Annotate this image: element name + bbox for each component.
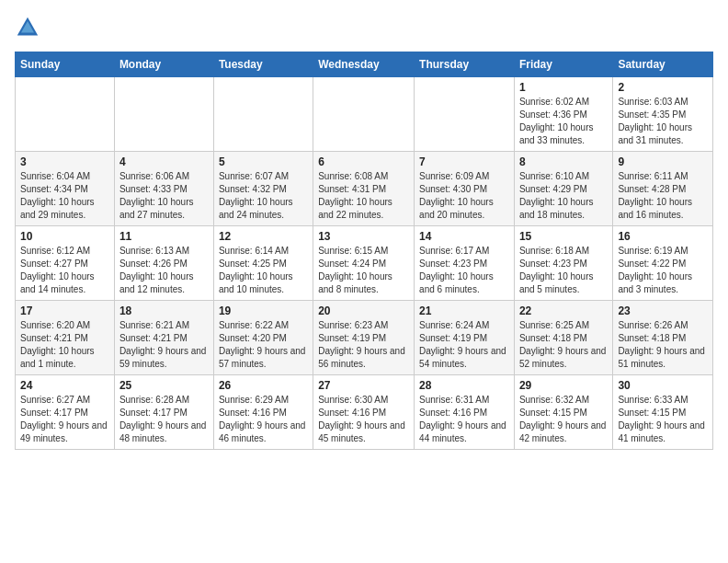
- day-number: 2: [618, 81, 708, 94]
- day-info: Sunrise: 6:11 AMSunset: 4:28 PMDaylight:…: [618, 170, 708, 222]
- calendar-cell: 3Sunrise: 6:04 AMSunset: 4:34 PMDaylight…: [16, 152, 115, 226]
- day-info: Sunrise: 6:14 AMSunset: 4:25 PMDaylight:…: [219, 245, 308, 296]
- calendar-cell: 16Sunrise: 6:19 AMSunset: 4:22 PMDayligh…: [613, 226, 713, 301]
- day-info: Sunrise: 6:30 AMSunset: 4:16 PMDaylight:…: [318, 394, 409, 445]
- day-info: Sunrise: 6:08 AMSunset: 4:31 PMDaylight:…: [318, 170, 409, 222]
- calendar-cell: 1Sunrise: 6:02 AMSunset: 4:36 PMDaylight…: [514, 77, 612, 152]
- day-number: 17: [20, 304, 109, 317]
- header-day-wednesday: Wednesday: [313, 52, 415, 77]
- day-info: Sunrise: 6:04 AMSunset: 4:34 PMDaylight:…: [20, 170, 109, 222]
- day-info: Sunrise: 6:22 AMSunset: 4:20 PMDaylight:…: [219, 319, 308, 371]
- calendar-cell: 12Sunrise: 6:14 AMSunset: 4:25 PMDayligh…: [213, 226, 313, 301]
- day-info: Sunrise: 6:10 AMSunset: 4:29 PMDaylight:…: [519, 170, 608, 222]
- day-number: 21: [419, 304, 509, 317]
- calendar-header: SundayMondayTuesdayWednesdayThursdayFrid…: [16, 52, 713, 77]
- calendar-cell: [213, 77, 313, 152]
- day-info: Sunrise: 6:32 AMSunset: 4:15 PMDaylight:…: [519, 394, 608, 445]
- day-info: Sunrise: 6:18 AMSunset: 4:23 PMDaylight:…: [519, 245, 608, 296]
- calendar-cell: 22Sunrise: 6:25 AMSunset: 4:18 PMDayligh…: [514, 301, 612, 375]
- calendar-cell: 13Sunrise: 6:15 AMSunset: 4:24 PMDayligh…: [313, 226, 415, 301]
- day-info: Sunrise: 6:33 AMSunset: 4:15 PMDaylight:…: [618, 394, 708, 445]
- day-info: Sunrise: 6:26 AMSunset: 4:18 PMDaylight:…: [618, 319, 708, 371]
- calendar-cell: [313, 77, 415, 152]
- header-day-thursday: Thursday: [415, 52, 515, 77]
- day-number: 8: [519, 155, 608, 168]
- day-info: Sunrise: 6:25 AMSunset: 4:18 PMDaylight:…: [519, 319, 608, 371]
- day-number: 16: [618, 230, 708, 243]
- calendar-cell: 15Sunrise: 6:18 AMSunset: 4:23 PMDayligh…: [514, 226, 612, 301]
- calendar-cell: 19Sunrise: 6:22 AMSunset: 4:20 PMDayligh…: [213, 301, 313, 375]
- day-info: Sunrise: 6:28 AMSunset: 4:17 PMDaylight:…: [119, 394, 209, 445]
- calendar-week-5: 24Sunrise: 6:27 AMSunset: 4:17 PMDayligh…: [16, 375, 713, 450]
- header-day-sunday: Sunday: [16, 52, 115, 77]
- day-info: Sunrise: 6:12 AMSunset: 4:27 PMDaylight:…: [20, 245, 109, 296]
- calendar-cell: 26Sunrise: 6:29 AMSunset: 4:16 PMDayligh…: [213, 375, 313, 450]
- day-number: 29: [519, 379, 608, 392]
- day-info: Sunrise: 6:13 AMSunset: 4:26 PMDaylight:…: [119, 245, 209, 296]
- day-info: Sunrise: 6:20 AMSunset: 4:21 PMDaylight:…: [20, 319, 109, 371]
- calendar-cell: 6Sunrise: 6:08 AMSunset: 4:31 PMDaylight…: [313, 152, 415, 226]
- calendar-cell: [16, 77, 115, 152]
- calendar-cell: 20Sunrise: 6:23 AMSunset: 4:19 PMDayligh…: [313, 301, 415, 375]
- day-number: 18: [119, 304, 209, 317]
- calendar-table: SundayMondayTuesdayWednesdayThursdayFrid…: [15, 52, 713, 450]
- calendar-cell: 8Sunrise: 6:10 AMSunset: 4:29 PMDaylight…: [514, 152, 612, 226]
- calendar-cell: 11Sunrise: 6:13 AMSunset: 4:26 PMDayligh…: [114, 226, 213, 301]
- day-number: 30: [618, 379, 708, 392]
- logo-icon: [15, 15, 40, 40]
- day-number: 7: [419, 155, 509, 168]
- calendar-cell: 28Sunrise: 6:31 AMSunset: 4:16 PMDayligh…: [415, 375, 515, 450]
- day-number: 5: [219, 155, 308, 168]
- day-info: Sunrise: 6:31 AMSunset: 4:16 PMDaylight:…: [419, 394, 509, 445]
- day-number: 4: [119, 155, 209, 168]
- logo: [15, 15, 44, 40]
- day-number: 20: [318, 304, 409, 317]
- calendar-week-2: 3Sunrise: 6:04 AMSunset: 4:34 PMDaylight…: [16, 152, 713, 226]
- calendar-cell: 21Sunrise: 6:24 AMSunset: 4:19 PMDayligh…: [415, 301, 515, 375]
- calendar-cell: 25Sunrise: 6:28 AMSunset: 4:17 PMDayligh…: [114, 375, 213, 450]
- day-number: 11: [119, 230, 209, 243]
- calendar-cell: 7Sunrise: 6:09 AMSunset: 4:30 PMDaylight…: [415, 152, 515, 226]
- day-number: 28: [419, 379, 509, 392]
- day-number: 25: [119, 379, 209, 392]
- calendar-cell: 24Sunrise: 6:27 AMSunset: 4:17 PMDayligh…: [16, 375, 115, 450]
- calendar-week-4: 17Sunrise: 6:20 AMSunset: 4:21 PMDayligh…: [16, 301, 713, 375]
- day-number: 26: [219, 379, 308, 392]
- calendar-cell: 14Sunrise: 6:17 AMSunset: 4:23 PMDayligh…: [415, 226, 515, 301]
- day-number: 3: [20, 155, 109, 168]
- day-number: 13: [318, 230, 409, 243]
- calendar-body: 1Sunrise: 6:02 AMSunset: 4:36 PMDaylight…: [16, 77, 713, 450]
- day-number: 9: [618, 155, 708, 168]
- day-info: Sunrise: 6:15 AMSunset: 4:24 PMDaylight:…: [318, 245, 409, 296]
- day-info: Sunrise: 6:09 AMSunset: 4:30 PMDaylight:…: [419, 170, 509, 222]
- day-number: 14: [419, 230, 509, 243]
- calendar-cell: 23Sunrise: 6:26 AMSunset: 4:18 PMDayligh…: [613, 301, 713, 375]
- day-number: 6: [318, 155, 409, 168]
- day-info: Sunrise: 6:06 AMSunset: 4:33 PMDaylight:…: [119, 170, 209, 222]
- calendar-cell: 5Sunrise: 6:07 AMSunset: 4:32 PMDaylight…: [213, 152, 313, 226]
- day-info: Sunrise: 6:29 AMSunset: 4:16 PMDaylight:…: [219, 394, 308, 445]
- day-info: Sunrise: 6:19 AMSunset: 4:22 PMDaylight:…: [618, 245, 708, 296]
- day-number: 27: [318, 379, 409, 392]
- calendar-cell: 27Sunrise: 6:30 AMSunset: 4:16 PMDayligh…: [313, 375, 415, 450]
- calendar-cell: 17Sunrise: 6:20 AMSunset: 4:21 PMDayligh…: [16, 301, 115, 375]
- day-info: Sunrise: 6:07 AMSunset: 4:32 PMDaylight:…: [219, 170, 308, 222]
- page-header: [15, 15, 713, 40]
- calendar-week-3: 10Sunrise: 6:12 AMSunset: 4:27 PMDayligh…: [16, 226, 713, 301]
- day-info: Sunrise: 6:24 AMSunset: 4:19 PMDaylight:…: [419, 319, 509, 371]
- calendar-cell: [415, 77, 515, 152]
- day-number: 19: [219, 304, 308, 317]
- calendar-cell: 10Sunrise: 6:12 AMSunset: 4:27 PMDayligh…: [16, 226, 115, 301]
- header-day-saturday: Saturday: [613, 52, 713, 77]
- day-info: Sunrise: 6:27 AMSunset: 4:17 PMDaylight:…: [20, 394, 109, 445]
- calendar-cell: 30Sunrise: 6:33 AMSunset: 4:15 PMDayligh…: [613, 375, 713, 450]
- day-number: 22: [519, 304, 608, 317]
- day-number: 23: [618, 304, 708, 317]
- day-info: Sunrise: 6:03 AMSunset: 4:35 PMDaylight:…: [618, 96, 708, 147]
- calendar-cell: 29Sunrise: 6:32 AMSunset: 4:15 PMDayligh…: [514, 375, 612, 450]
- calendar-cell: 18Sunrise: 6:21 AMSunset: 4:21 PMDayligh…: [114, 301, 213, 375]
- day-number: 15: [519, 230, 608, 243]
- header-day-friday: Friday: [514, 52, 612, 77]
- day-info: Sunrise: 6:17 AMSunset: 4:23 PMDaylight:…: [419, 245, 509, 296]
- day-info: Sunrise: 6:21 AMSunset: 4:21 PMDaylight:…: [119, 319, 209, 371]
